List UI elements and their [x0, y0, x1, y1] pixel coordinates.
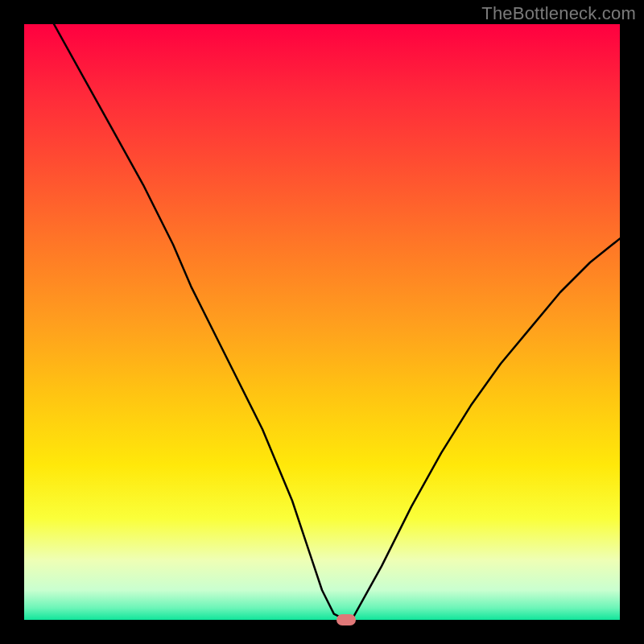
chart-frame: TheBottleneck.com — [0, 0, 644, 644]
bottleneck-curve — [54, 24, 620, 620]
curve-svg — [24, 24, 620, 620]
watermark-text: TheBottleneck.com — [481, 3, 636, 24]
plot-area — [24, 24, 620, 620]
minimum-marker — [336, 614, 356, 625]
